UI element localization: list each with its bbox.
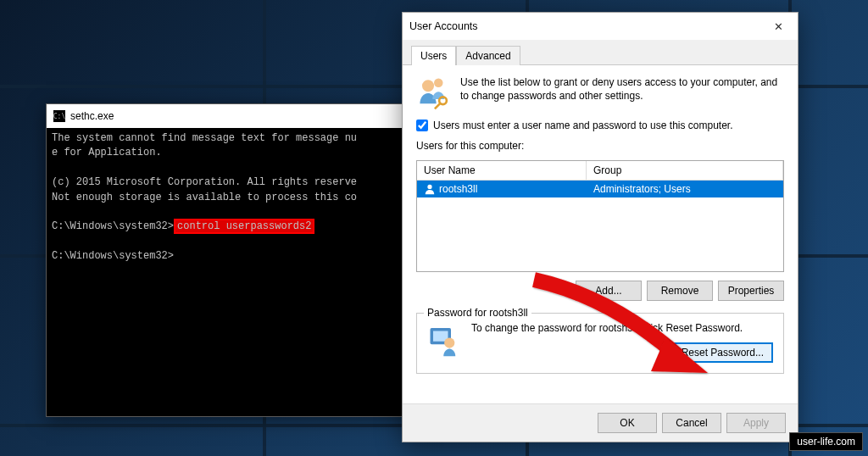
svg-point-1	[434, 79, 443, 88]
svg-point-0	[422, 80, 434, 92]
tab-row: Users Advanced	[403, 40, 798, 65]
dialog-titlebar[interactable]: User Accounts ✕	[403, 13, 798, 40]
ok-button[interactable]: OK	[598, 413, 657, 433]
apply-button: Apply	[726, 413, 786, 433]
svg-point-3	[427, 185, 431, 189]
list-buttons: Add... Remove Properties	[416, 281, 784, 301]
user-accounts-dialog: User Accounts ✕ Users Advanced Use the l…	[402, 12, 798, 442]
command-prompt-window: C:\ sethc.exe The system cannot find mes…	[46, 103, 444, 417]
highlighted-command: control userpasswords2	[174, 219, 314, 234]
cmd-icon: C:\	[53, 110, 65, 122]
col-username[interactable]: User Name	[417, 161, 587, 180]
close-button[interactable]: ✕	[765, 15, 791, 37]
tab-users[interactable]: Users	[411, 46, 456, 65]
list-row-selected[interactable]: rootsh3ll Administrators; Users	[417, 181, 783, 197]
intro-text: Use the list below to grant or deny user…	[460, 75, 784, 103]
users-keys-icon	[416, 75, 452, 111]
reset-password-button[interactable]: Reset Password...	[672, 342, 773, 363]
users-list[interactable]: User Name Group rootsh3ll Administrators…	[416, 160, 784, 272]
groupbox-title: Password for rootsh3ll	[424, 307, 531, 319]
properties-button[interactable]: Properties	[718, 281, 784, 301]
dialog-title: User Accounts	[409, 20, 765, 32]
cmd-titlebar[interactable]: C:\ sethc.exe	[47, 104, 443, 128]
must-enter-password-checkbox[interactable]: Users must enter a user name and passwor…	[416, 120, 784, 131]
add-button[interactable]: Add...	[576, 281, 642, 301]
user-icon	[424, 183, 436, 195]
tab-advanced[interactable]: Advanced	[456, 46, 520, 65]
cmd-title-text: sethc.exe	[70, 110, 114, 122]
cmd-output[interactable]: The system cannot find message text for …	[47, 128, 443, 268]
intro-row: Use the list below to grant or deny user…	[416, 75, 784, 111]
password-groupbox: Password for rootsh3ll To change the pas…	[416, 313, 784, 374]
password-icon	[427, 322, 463, 358]
svg-point-6	[444, 337, 454, 348]
users-list-label: Users for this computer:	[416, 140, 784, 152]
list-header[interactable]: User Name Group	[417, 161, 783, 181]
dialog-footer: OK Cancel Apply	[403, 403, 798, 442]
remove-button[interactable]: Remove	[647, 281, 713, 301]
cancel-button[interactable]: Cancel	[662, 413, 721, 433]
password-text: To change the password for rootsh3ll, cl…	[471, 322, 773, 334]
col-group[interactable]: Group	[587, 161, 783, 180]
watermark: user-life.com	[789, 432, 863, 451]
checkbox-input[interactable]	[416, 120, 428, 131]
